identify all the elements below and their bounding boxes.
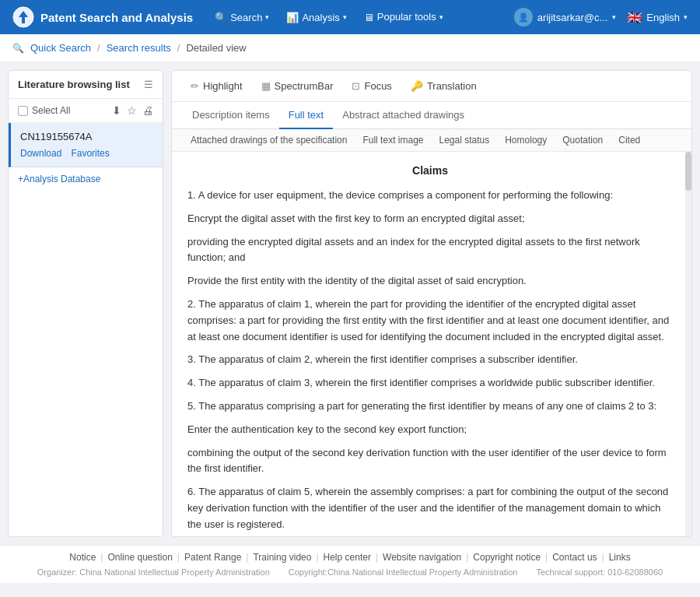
user-avatar: 👤 xyxy=(514,8,533,26)
sidebar-header: Literature browsing list ☰ xyxy=(9,71,163,99)
download-icon[interactable]: ⬇ xyxy=(112,104,121,117)
footer-organizer: Organizer: China National Intellectual P… xyxy=(37,567,270,577)
translation-icon: 🔑 xyxy=(411,80,423,92)
analysis-database[interactable]: +Analysis Database xyxy=(9,167,163,191)
claim-p-5: 2. The apparatus of claim 1, wherein the… xyxy=(187,297,673,345)
tabs-secondary: Attached drawings of the specification F… xyxy=(172,129,691,152)
scrollbar-track[interactable] xyxy=(685,152,691,536)
footer: Notice | Online question | Patent Range … xyxy=(0,545,700,583)
scrollbar-thumb[interactable] xyxy=(685,152,691,191)
claim-p-7: 4. The apparatus of claim 3, wherein the… xyxy=(187,375,673,392)
claim-p-4: Provide the first entity with the identi… xyxy=(187,273,673,290)
nav-analysis-arrow: ▾ xyxy=(343,13,347,21)
content-body: Claims 1. A device for user equipment, t… xyxy=(172,152,691,536)
patent-item[interactable]: CN119155674A Download Favorites xyxy=(9,123,163,167)
popular-tools-icon: 🖥 xyxy=(364,12,374,23)
footer-links: Notice | Online question | Patent Range … xyxy=(0,546,700,566)
footer-link-links[interactable]: Links xyxy=(604,552,635,563)
print-icon[interactable]: 🖨 xyxy=(142,104,153,117)
main-layout: Literature browsing list ☰ Select All ⬇ … xyxy=(0,62,700,545)
star-icon[interactable]: ☆ xyxy=(127,104,137,117)
lang-arrow: ▾ xyxy=(684,13,688,21)
highlight-icon: ✏ xyxy=(191,80,199,92)
user-arrow: ▾ xyxy=(612,13,616,21)
claim-p-11: 6. The apparatus of claim 5, wherein the… xyxy=(187,484,673,532)
claim-p-9: Enter the authentication key to the seco… xyxy=(187,422,673,438)
toolbar-highlight[interactable]: ✏ Highlight xyxy=(183,76,250,96)
footer-support: Technical support: 010-62088060 xyxy=(537,567,663,577)
footer-copyright: Copyright:China National Intellectual Pr… xyxy=(289,567,518,577)
tab-cited[interactable]: Cited xyxy=(611,129,648,151)
breadcrumb-detailed-view: Detailed view xyxy=(186,42,246,54)
logo-icon xyxy=(12,6,34,28)
download-link[interactable]: Download xyxy=(20,148,61,159)
header-nav: 🔍 Search ▾ 📊 Analysis ▾ 🖥 Popular tools … xyxy=(207,7,451,27)
footer-link-copyright[interactable]: Copyright notice xyxy=(468,552,545,563)
user-name: arijitsarkar@c... xyxy=(537,12,608,23)
claim-p-8: 5. The apparatus comprising a part for g… xyxy=(187,399,673,415)
user-menu[interactable]: 👤 arijitsarkar@c... ▾ xyxy=(514,8,617,26)
list-icon[interactable]: ☰ xyxy=(144,79,153,90)
tab-abstract-drawings[interactable]: Abstract attached drawings xyxy=(333,102,474,129)
app-title: Patent Search and Analysis xyxy=(40,11,193,24)
tabs-primary: Description items Full text Abstract att… xyxy=(172,102,691,129)
search-nav-icon: 🔍 xyxy=(215,12,227,23)
breadcrumb-search-results[interactable]: Search results xyxy=(107,42,171,54)
app-logo[interactable]: Patent Search and Analysis xyxy=(12,6,193,28)
tab-attached-drawings[interactable]: Attached drawings of the specification xyxy=(183,129,355,151)
footer-link-patent-range[interactable]: Patent Range xyxy=(180,552,246,563)
nav-analysis[interactable]: 📊 Analysis ▾ xyxy=(278,8,354,27)
nav-search-arrow: ▾ xyxy=(265,13,269,21)
toolbar-focus[interactable]: ⊡ Focus xyxy=(344,76,399,96)
footer-link-website-nav[interactable]: Website navigation xyxy=(378,552,466,563)
footer-link-notice[interactable]: Notice xyxy=(65,552,100,563)
claim-p-3: providing the encrypted digital assets a… xyxy=(187,234,673,267)
claim-p-2: Encrypt the digital asset with the first… xyxy=(187,211,673,227)
claims-title: Claims xyxy=(187,164,673,177)
nav-popular-tools[interactable]: 🖥 Popular tools ▾ xyxy=(356,7,451,27)
select-all-label[interactable]: Select All xyxy=(18,105,70,116)
breadcrumb-quick-search[interactable]: Quick Search xyxy=(30,42,91,54)
patent-actions: Download Favorites xyxy=(20,148,153,159)
spectrumbar-icon: ▦ xyxy=(261,80,271,92)
language-selector[interactable]: 🇬🇧 English ▾ xyxy=(627,10,688,25)
content-area: ✏ Highlight ▦ SpectrumBar ⊡ Focus 🔑 Tran… xyxy=(171,70,692,537)
app-header: Patent Search and Analysis 🔍 Search ▾ 📊 … xyxy=(0,0,700,34)
analysis-nav-icon: 📊 xyxy=(286,12,299,23)
header-right: 👤 arijitsarkar@c... ▾ 🇬🇧 English ▾ xyxy=(514,8,688,26)
nav-popular-arrow: ▾ xyxy=(439,13,443,21)
tab-quotation[interactable]: Quotation xyxy=(555,129,611,151)
toolbar: ✏ Highlight ▦ SpectrumBar ⊡ Focus 🔑 Tran… xyxy=(172,71,691,102)
language-label: English xyxy=(646,12,680,23)
sidebar-select-row: Select All ⬇ ☆ 🖨 xyxy=(9,99,163,123)
sidebar-action-icons: ⬇ ☆ 🖨 xyxy=(112,104,153,117)
footer-link-contact[interactable]: Contact us xyxy=(548,552,601,563)
nav-search[interactable]: 🔍 Search ▾ xyxy=(207,8,277,27)
sidebar-header-icons: ☰ xyxy=(144,79,153,90)
footer-info: Organizer: China National Intellectual P… xyxy=(0,566,700,583)
breadcrumb: 🔍 Quick Search / Search results / Detail… xyxy=(0,34,700,62)
footer-link-question[interactable]: Online question xyxy=(103,552,177,563)
toolbar-spectrumbar[interactable]: ▦ SpectrumBar xyxy=(254,76,341,96)
footer-link-help[interactable]: Help center xyxy=(319,552,376,563)
nav-popular-label: Popular tools xyxy=(377,11,436,23)
tab-description-items[interactable]: Description items xyxy=(183,102,279,129)
claim-p-6: 3. The apparatus of claim 2, wherein the… xyxy=(187,352,673,368)
patent-number: CN119155674A xyxy=(20,131,153,142)
breadcrumb-sep-2: / xyxy=(177,42,180,54)
sidebar: Literature browsing list ☰ Select All ⬇ … xyxy=(8,70,163,537)
sidebar-title: Literature browsing list xyxy=(18,79,130,90)
tab-homology[interactable]: Homology xyxy=(497,129,555,151)
tab-full-text-image[interactable]: Full text image xyxy=(355,129,431,151)
claim-p-1: 1. A device for user equipment, the devi… xyxy=(187,188,673,204)
footer-link-training[interactable]: Training video xyxy=(248,552,316,563)
tab-full-text[interactable]: Full text xyxy=(279,102,334,129)
nav-search-label: Search xyxy=(230,12,262,23)
tab-legal-status[interactable]: Legal status xyxy=(431,129,497,151)
breadcrumb-sep-1: / xyxy=(97,42,100,54)
select-all-checkbox[interactable] xyxy=(18,106,28,116)
favorites-link[interactable]: Favorites xyxy=(71,148,109,159)
toolbar-translation[interactable]: 🔑 Translation xyxy=(403,76,485,96)
breadcrumb-search-icon: 🔍 xyxy=(12,43,24,54)
claim-p-10: combining the output of the second key d… xyxy=(187,445,673,478)
